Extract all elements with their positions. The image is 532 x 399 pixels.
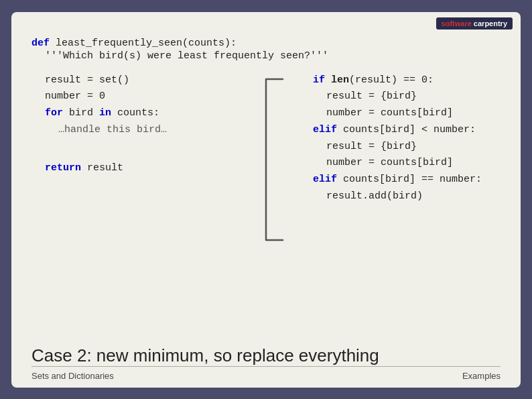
line-if-len: if len(result) == 0: — [313, 72, 501, 89]
elif-eq-condition: counts[bird] == number: — [343, 174, 482, 185]
if-condition: len(result) == 0: — [331, 74, 434, 86]
logo-software: software — [442, 19, 472, 27]
keyword-if: if — [313, 74, 325, 86]
logo-carpentry: carpentry — [474, 19, 507, 27]
caption: Case 2: new minimum, so replace everythi… — [31, 345, 501, 366]
keyword-def: def — [31, 38, 50, 49]
function-name: least_frequently_seen(counts): — [56, 38, 237, 49]
line-result-bird1: result = {bird} — [326, 89, 501, 105]
right-code-block: if len(result) == 0: result = {bird} num… — [279, 72, 501, 205]
line-result-bird2: result = {bird} — [326, 139, 501, 156]
def-line: def least_frequently_seen(counts): — [31, 38, 501, 49]
footer-left: Sets and Dictionaries — [31, 371, 114, 381]
keyword-return: return — [45, 162, 81, 174]
line-result-set: result = set() — [45, 72, 273, 89]
left-code-block: result = set() number = 0 for bird in co… — [31, 72, 279, 205]
docstring-text: '''Which bird(s) were least frequently s… — [45, 50, 328, 62]
footer: Sets and Dictionaries Examples — [31, 366, 501, 381]
line-elif-eq: elif counts[bird] == number: — [313, 172, 501, 188]
main-content-area: result = set() number = 0 for bird in co… — [31, 72, 501, 205]
line-elif-less: elif counts[bird] < number: — [313, 122, 501, 139]
blank-line — [31, 139, 273, 152]
line-number-counts2: number = counts[bird] — [326, 155, 501, 172]
bracket-svg — [256, 72, 289, 247]
for-middle: bird — [69, 107, 99, 119]
line-for-bird: for bird in counts: — [45, 105, 273, 122]
logo-badge: software carpentry — [436, 17, 513, 30]
docstring-line: '''Which bird(s) were least frequently s… — [45, 50, 501, 62]
line-ellipsis: …handle this bird… — [58, 122, 273, 139]
line-number-zero: number = 0 — [45, 89, 273, 105]
line-return: return result — [45, 160, 273, 177]
keyword-elif2: elif — [313, 174, 337, 185]
elif-less-condition: counts[bird] < number: — [343, 124, 476, 135]
keyword-in: in — [99, 107, 111, 119]
code-section: def least_frequently_seen(counts): '''Wh… — [31, 38, 501, 337]
footer-right: Examples — [462, 371, 501, 381]
for-counts: counts: — [117, 107, 159, 119]
slide: software carpentry def least_frequently_… — [11, 12, 521, 388]
keyword-for: for — [45, 107, 63, 119]
line-result-add: result.add(bird) — [326, 188, 501, 205]
keyword-elif1: elif — [313, 124, 337, 135]
return-result: result — [87, 162, 123, 174]
line-number-counts1: number = counts[bird] — [326, 105, 501, 122]
